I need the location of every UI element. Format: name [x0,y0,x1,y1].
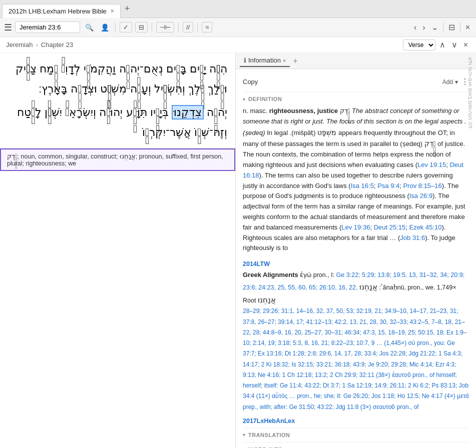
def-misp-hebrew: מִשְׁפָּט [317,128,336,136]
def-ref-lev[interactable]: Lev 19:15 [417,161,446,168]
def-ref-job[interactable]: Job 31:6 [400,234,425,242]
hebrew-verse-6: יְהוָ֖ה צִדְקֵנוּ בְּיָמָ֣יו תִּוָּשַׁ֣ע… [8,102,227,142]
version-2017-link[interactable]: 2017LxHebAnLex [243,418,469,424]
breadcrumb-right: Verse ∧ ∨ × [403,39,470,50]
close-panel-button[interactable]: × [463,22,472,33]
breadcrumb: Jeremiah › Chapter 23 Verse ∧ ∨ × [0,37,476,53]
def-ref-ezek[interactable]: Ezek 45:10 [409,224,441,231]
tab-bar: 2012h LHB:Lexham Hebrew Bible × + [0,0,476,18]
breadcrumb-down-button[interactable]: ∨ [449,39,459,50]
bible-pane: הִנֵּ֛ה יָמִ֥ים בָּאִ֖ים נְאֻם־יְהוָ֑ה ו… [0,53,236,448]
reference-input[interactable] [15,22,80,33]
nav-next-button[interactable]: › [420,22,427,33]
add-tab-button[interactable]: + [293,56,297,66]
add-label: Add [442,78,453,86]
word-info-section: ▾ WORD INFO ○ צֶ֣דֶק ṣê·děq ◀ accuracy, … [243,442,469,448]
info-icon: ℹ [244,56,246,64]
verse-dropdown[interactable]: Verse [403,40,435,50]
new-tab-button[interactable]: + [121,4,134,14]
information-tab[interactable]: ℹ Information × [240,54,290,67]
breadcrumb-separator: › [36,41,38,48]
info-panel-header: ℹ Information × + [236,53,476,69]
word-info-bar: צֶ֣דֶק; noun, common, singular, construc… [0,148,235,171]
root-anachnu: אֲנַחְנוּ [258,296,276,304]
alignments-text: Greek Alignments ἐγώ pron., I: Ge 3:22; … [243,270,469,412]
highlighted-word[interactable]: צִדְקֵנוּ [172,105,204,120]
definition-chevron-icon[interactable]: ▾ [243,96,245,102]
tab-title: 2012h LHB:Lexham Hebrew Bible [9,8,107,15]
info-tab-label: Information [248,56,281,64]
toolbar-right: ‹ › ⌄ ⊟ × [412,22,472,33]
word-info-text: צֶ֣דֶק; noun, common, singular, construc… [7,153,223,167]
copy-actions: Add ▾ ⋮ [442,77,469,86]
translation-label: TRANSLATION [248,432,290,438]
def-ref-lev2[interactable]: Lev 19:36 [341,224,370,231]
def-ref-deut2[interactable]: Deut 25:15 [374,224,406,231]
toolbar-divider-5 [443,22,443,32]
breadcrumb-book[interactable]: Jeremiah [6,41,33,48]
def-ref-psa[interactable]: Psa 9:4 [377,182,399,190]
toolbar-divider-3 [178,22,179,32]
translation-section: ▾ TRANSLATION [243,428,469,440]
def-headword: righteousness, justice [269,107,338,114]
def-sedeq-hebrew: צֶ֣דֶק [424,140,436,148]
toolbar-divider-1 [115,22,116,32]
breadcrumb-up-button[interactable]: ∧ [437,39,447,50]
hebrew-text-area: הִנֵּ֛ה יָמִ֥ים בָּאִ֖ים נְאֻם־יְהוָ֑ה ו… [0,53,235,148]
tab-close-icon[interactable]: × [111,8,114,14]
hebrew-anachnu: אֲנַחְנוּ [359,282,377,291]
copy-label: Copy [243,78,258,86]
toolbar-divider-4 [197,22,198,32]
menu-button[interactable]: ☰ [4,22,12,33]
main-tab[interactable]: 2012h LHB:Lexham Hebrew Bible × [2,4,121,18]
nav-prev-button[interactable]: ‹ [412,22,418,33]
translation-chevron-icon[interactable]: ▾ [243,432,245,438]
definition-header: ▾ DEFINITION [243,92,469,104]
def-semi-4: ; [370,224,373,231]
def-pos: n. masc. [243,107,269,114]
verse-5-text: הִנֵּ֛ה יָמִ֥ים בָּאִ֖ים נְאֻם־יְהוָ֑ה ו… [16,62,227,95]
toolbar-divider-6 [460,22,460,32]
nav-chevron-button[interactable]: ⌄ [429,22,440,33]
def-ref-prov[interactable]: Prov 8:15–16 [403,182,441,190]
def-hebrew: צֶ֣דֶק [338,107,352,114]
info-panel: ℹ Information × + Copy Add ▾ ⋮ [236,53,476,448]
def-ref-isa2[interactable]: Isa 26:9 [409,192,432,200]
info-panel-content: Copy Add ▾ ⋮ ▾ DEFINITION n. mas [236,69,476,448]
breadcrumb-close-button[interactable]: × [461,40,470,50]
tilde-btn[interactable]: ≈ [202,22,212,32]
greek-refs-long: 28–29; 29:26; 31:1, 14–16, 32, 37, 50, 5… [243,308,469,410]
sidebar-scroll-text: לוז הנה-ימים באים ואם-יהוה ולא [466,55,476,130]
definition-label: DEFINITION [248,96,282,102]
columns-btn[interactable]: ⊣⊢ [156,22,174,32]
word-info-title-row: ▾ WORD INFO [243,442,469,448]
verse-6-text-after: יְהוָ֖ה [204,106,227,118]
add-button[interactable]: Add ▾ [442,78,458,86]
translation-header: ▾ TRANSLATION [243,428,469,440]
layout-toggle-button[interactable]: ⊟ [446,22,457,33]
info-tab-close-icon[interactable]: × [283,58,286,64]
breadcrumb-chapter: Chapter 23 [41,41,73,48]
definition-section: ▾ DEFINITION n. masc. righteousness, jus… [243,92,469,256]
layout-btn[interactable]: ⊟ [135,22,148,32]
check-btn[interactable]: ✓ [120,22,132,32]
greek-alignments-section: Greek Alignments ἐγώ pron., I: Ge 3:22; … [243,270,469,412]
user-button[interactable]: 👤 [99,22,111,32]
def-ref-isa1[interactable]: Isa 16:5 [351,182,374,190]
hebrew-verse-5: הִנֵּ֛ה יָמִ֥ים בָּאִ֖ים נְאֻם־יְהוָ֑ה ו… [8,59,227,98]
add-chevron-icon: ▾ [455,78,458,86]
definition-body: n. masc. righteousness, justice צֶ֣דֶק T… [243,104,469,256]
search-button[interactable]: 🔍 [83,22,96,32]
def-body-1: In legal .(mišpāṭ) [267,129,317,136]
version-2014-link[interactable]: 2014LTW [243,260,469,268]
greek-word: ἐγώ pron., I: [300,272,336,278]
main-split: הִנֵּ֛ה יָמִ֥ים בָּאִ֖ים נְאֻם־יְהוָ֑ה ו… [0,53,476,448]
greek-alignments-header: Greek Alignments [243,271,298,278]
toolbar: ☰ 🔍 👤 ✓ ⊟ ⊣⊢ // ≈ ‹ › ⌄ ⊟ × [0,18,476,37]
copy-row: Copy Add ▾ ⋮ [243,74,469,92]
toolbar-divider-2 [152,22,152,32]
format-btn[interactable]: // [183,22,193,32]
